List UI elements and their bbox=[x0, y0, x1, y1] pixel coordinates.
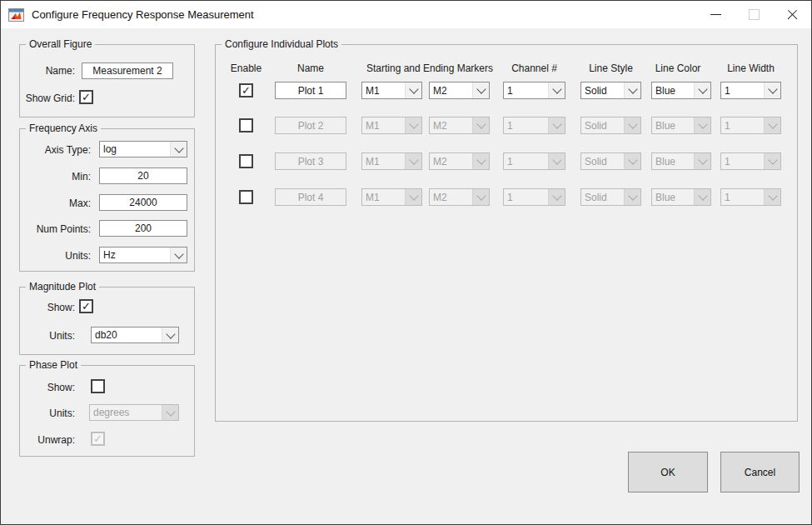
maximize-icon bbox=[749, 9, 760, 20]
chevron-down-icon bbox=[162, 328, 178, 342]
minimize-icon bbox=[710, 14, 721, 15]
chevron-down-icon bbox=[548, 189, 565, 205]
figure-name-field[interactable]: Measurement 2 bbox=[82, 62, 173, 79]
max-label: Max: bbox=[20, 198, 91, 209]
phase-plot-group: Phase Plot Show: Units: degrees Unwrap: … bbox=[19, 365, 195, 457]
dialog-window: Configure Frequency Response Measurement… bbox=[0, 0, 812, 525]
chevron-down-icon bbox=[624, 153, 640, 169]
axis-type-value: log bbox=[100, 143, 170, 155]
plot3-start-marker-dropdown: M1 bbox=[361, 152, 422, 170]
close-button[interactable] bbox=[773, 1, 811, 28]
line-style-header: Line Style bbox=[580, 62, 641, 74]
chevron-down-icon bbox=[548, 82, 565, 98]
overall-figure-group: Overall Figure Name: Measurement 2 Show … bbox=[19, 44, 195, 118]
num-points-field[interactable]: 200 bbox=[99, 220, 187, 237]
freq-units-dropdown[interactable]: Hz bbox=[99, 247, 187, 263]
plot3-line-color-dropdown: Blue bbox=[651, 152, 711, 170]
plot2-line-style-dropdown: Solid bbox=[580, 117, 641, 134]
show-grid-label: Show Grid: bbox=[20, 92, 75, 104]
chevron-down-icon bbox=[405, 118, 421, 133]
plot1-line-color-dropdown[interactable]: Blue bbox=[651, 82, 711, 99]
plot4-enable-checkbox[interactable] bbox=[239, 190, 253, 204]
chevron-down-icon bbox=[624, 82, 640, 98]
magnitude-show-checkbox[interactable]: ✓ bbox=[79, 299, 93, 313]
phase-units-dropdown: degrees bbox=[89, 404, 179, 421]
plot-row-1: ✓ Plot 1 M1 M2 1 Solid Blue 1 bbox=[216, 82, 797, 100]
plot3-enable-checkbox[interactable] bbox=[239, 154, 253, 168]
plot1-end-marker-dropdown[interactable]: M2 bbox=[429, 82, 490, 99]
dialog-content: Overall Figure Name: Measurement 2 Show … bbox=[1, 29, 811, 524]
plot1-line-width-dropdown[interactable]: 1 bbox=[720, 82, 781, 99]
max-field[interactable]: 24000 bbox=[99, 194, 187, 211]
chevron-down-icon bbox=[624, 118, 640, 133]
freq-units-value: Hz bbox=[100, 249, 170, 261]
chevron-down-icon bbox=[405, 82, 421, 98]
title-bar: Configure Frequency Response Measurement bbox=[1, 1, 811, 28]
enable-header: Enable bbox=[222, 62, 270, 74]
cancel-button[interactable]: Cancel bbox=[720, 452, 800, 492]
magnitude-units-value: db20 bbox=[92, 329, 162, 341]
show-grid-checkbox[interactable]: ✓ bbox=[79, 90, 93, 104]
individual-plots-group-title: Configure Individual Plots bbox=[222, 38, 341, 51]
max-value: 24000 bbox=[129, 197, 157, 208]
min-field[interactable]: 20 bbox=[99, 168, 187, 184]
plot-row-2: Plot 2 M1 M2 1 Solid Blue 1 bbox=[216, 117, 797, 135]
window-title: Configure Frequency Response Measurement bbox=[32, 8, 254, 21]
plot3-end-marker-dropdown: M2 bbox=[429, 152, 490, 170]
overall-figure-group-title: Overall Figure bbox=[26, 38, 95, 51]
plot-row-3: Plot 3 M1 M2 1 Solid Blue 1 bbox=[216, 152, 797, 171]
phase-show-checkbox[interactable] bbox=[91, 379, 105, 393]
channel-header: Channel # bbox=[503, 62, 565, 74]
chevron-down-icon bbox=[694, 189, 710, 205]
plot3-channel-dropdown: 1 bbox=[503, 152, 565, 170]
plot1-enable-checkbox[interactable]: ✓ bbox=[239, 83, 253, 98]
chevron-down-icon bbox=[162, 405, 178, 420]
chevron-down-icon bbox=[694, 153, 710, 169]
plot-row-4: Plot 4 M1 M2 1 Solid Blue 1 bbox=[216, 188, 797, 207]
window-controls bbox=[696, 1, 811, 28]
phase-plot-group-title: Phase Plot bbox=[26, 359, 81, 372]
num-points-value: 200 bbox=[135, 222, 152, 234]
plot2-channel-dropdown: 1 bbox=[503, 117, 565, 134]
magnitude-units-label: Units: bbox=[20, 330, 75, 342]
close-icon bbox=[787, 9, 798, 20]
figure-name-value: Measurement 2 bbox=[92, 65, 162, 77]
plot1-channel-dropdown[interactable]: 1 bbox=[503, 82, 565, 99]
minimize-button[interactable] bbox=[696, 1, 735, 28]
ok-button-label: OK bbox=[660, 467, 675, 478]
plot2-enable-checkbox[interactable] bbox=[239, 118, 253, 132]
chevron-down-icon bbox=[764, 82, 780, 98]
phase-units-value: degrees bbox=[90, 407, 162, 418]
chevron-down-icon bbox=[170, 142, 187, 157]
chevron-down-icon bbox=[472, 82, 489, 98]
plot2-start-marker-dropdown: M1 bbox=[361, 117, 422, 134]
plot2-end-marker-dropdown: M2 bbox=[429, 117, 490, 134]
plot4-start-marker-dropdown: M1 bbox=[361, 188, 422, 206]
markers-header: Starting and Ending Markers bbox=[364, 62, 496, 74]
plot1-start-marker-dropdown[interactable]: M1 bbox=[361, 82, 422, 99]
chevron-down-icon bbox=[764, 153, 780, 169]
chevron-down-icon bbox=[624, 189, 640, 205]
chevron-down-icon bbox=[170, 248, 187, 262]
line-color-header: Line Color bbox=[645, 62, 711, 74]
min-label: Min: bbox=[20, 171, 91, 182]
ok-button[interactable]: OK bbox=[628, 452, 708, 492]
frequency-axis-group: Frequency Axis Axis Type: log Min: 20 Ma… bbox=[19, 128, 195, 272]
magnitude-show-label: Show: bbox=[20, 302, 75, 313]
plot1-line-style-dropdown[interactable]: Solid bbox=[580, 82, 641, 99]
axis-type-dropdown[interactable]: log bbox=[99, 141, 187, 158]
chevron-down-icon bbox=[548, 118, 565, 133]
axis-type-label: Axis Type: bbox=[20, 144, 91, 156]
chevron-down-icon bbox=[472, 118, 489, 133]
plot1-name-field[interactable]: Plot 1 bbox=[275, 82, 346, 99]
num-points-label: Num Points: bbox=[20, 223, 91, 235]
plot2-name-field: Plot 2 bbox=[275, 117, 346, 134]
chevron-down-icon bbox=[405, 189, 421, 205]
chevron-down-icon bbox=[405, 153, 421, 169]
magnitude-units-dropdown[interactable]: db20 bbox=[91, 327, 179, 343]
plot4-name-field: Plot 4 bbox=[275, 188, 346, 206]
chevron-down-icon bbox=[694, 118, 710, 133]
cancel-button-label: Cancel bbox=[745, 467, 775, 478]
frequency-axis-group-title: Frequency Axis bbox=[26, 122, 101, 135]
individual-plots-group: Configure Individual Plots Enable Name S… bbox=[215, 44, 798, 422]
